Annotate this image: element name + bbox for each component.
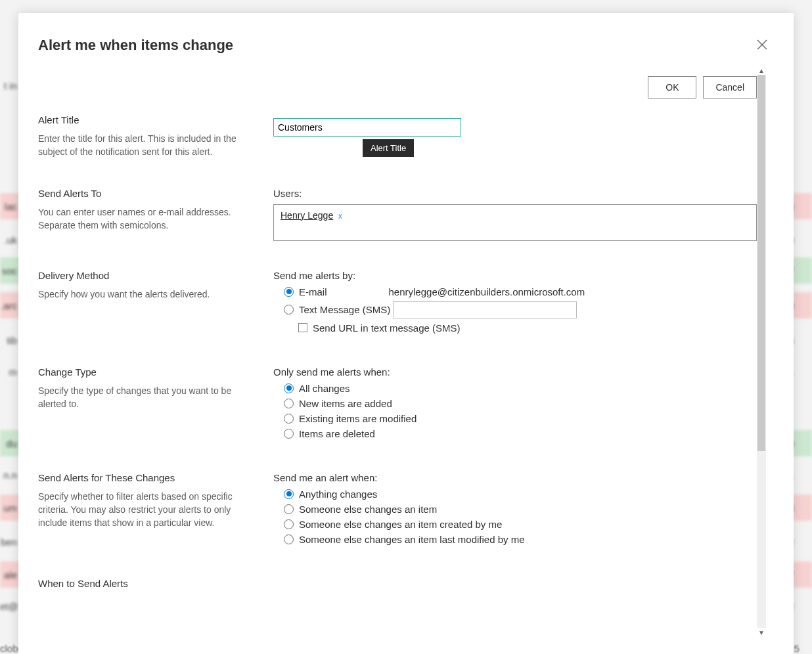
- email-address: henrylegge@citizenbuilders.onmicrosoft.c…: [389, 286, 585, 297]
- dialog-title: Alert me when items change: [38, 37, 774, 54]
- section-change-type: Change Type Specify the type of changes …: [38, 366, 757, 443]
- section-heading: Alert Title: [38, 114, 254, 125]
- section-heading: When to Send Alerts: [38, 578, 254, 589]
- scrollbar-thumb[interactable]: [757, 75, 765, 451]
- section-heading: Change Type: [38, 366, 254, 378]
- radio-sms-label: Text Message (SMS): [299, 304, 390, 315]
- radio-new-items[interactable]: [284, 399, 294, 408]
- delivery-label: Send me alerts by:: [273, 270, 757, 281]
- close-icon: [757, 39, 767, 50]
- radio-modified-label: Existing items are modified: [299, 413, 417, 424]
- alert-title-input[interactable]: [273, 118, 461, 137]
- section-when: When to Send Alerts: [38, 578, 757, 596]
- radio-someone-else-label: Someone else changes an item: [299, 504, 437, 515]
- radio-created-by-me[interactable]: [284, 519, 294, 529]
- radio-modified-by-me-label: Someone else changes an item last modifi…: [299, 534, 525, 545]
- checkbox-send-url[interactable]: [298, 323, 307, 332]
- user-chip[interactable]: Henry Legge: [281, 210, 333, 221]
- section-send-to: Send Alerts To You can enter user names …: [38, 188, 757, 241]
- dialog-body: OK Cancel Alert Title Enter the title fo…: [38, 74, 757, 634]
- radio-anything[interactable]: [284, 489, 294, 499]
- radio-modified[interactable]: [284, 414, 294, 424]
- checkbox-send-url-label: Send URL in text message (SMS): [313, 322, 461, 334]
- radio-modified-by-me[interactable]: [284, 534, 294, 544]
- section-description: Enter the title for this alert. This is …: [38, 132, 254, 159]
- section-description: You can enter user names or e-mail addre…: [38, 206, 254, 232]
- change-type-label: Only send me alerts when:: [273, 366, 757, 378]
- radio-new-items-label: New items are added: [299, 398, 392, 409]
- scroll-up-icon[interactable]: ▲: [757, 66, 766, 75]
- section-delivery: Delivery Method Specify how you want the…: [38, 270, 757, 338]
- alert-dialog: Alert me when items change ▲ ▼ OK Cancel…: [18, 13, 794, 654]
- radio-someone-else[interactable]: [284, 504, 294, 514]
- section-heading: Delivery Method: [38, 270, 254, 281]
- section-description: Specify whether to filter alerts based o…: [38, 490, 254, 530]
- radio-email[interactable]: [284, 287, 294, 297]
- users-picker[interactable]: Henry Legge x: [273, 204, 757, 241]
- radio-sms[interactable]: [284, 305, 294, 315]
- section-heading: Send Alerts for These Changes: [38, 472, 254, 483]
- cancel-button[interactable]: Cancel: [703, 76, 757, 98]
- radio-all-changes[interactable]: [284, 383, 294, 393]
- remove-user-button[interactable]: x: [338, 211, 342, 221]
- scrollbar[interactable]: ▲ ▼: [757, 75, 766, 628]
- filter-label: Send me an alert when:: [273, 472, 757, 483]
- section-alert-title: Alert Title Enter the title for this ale…: [38, 114, 757, 159]
- section-filter: Send Alerts for These Changes Specify wh…: [38, 472, 757, 549]
- radio-deleted-label: Items are deleted: [299, 428, 375, 439]
- scroll-down-icon[interactable]: ▼: [757, 628, 766, 637]
- action-row: OK Cancel: [38, 74, 757, 114]
- sms-input[interactable]: [393, 301, 577, 318]
- section-description: Specify how you want the alerts delivere…: [38, 288, 254, 301]
- radio-created-by-me-label: Someone else changes an item created by …: [299, 519, 502, 530]
- section-description: Specify the type of changes that you wan…: [38, 384, 254, 411]
- radio-all-changes-label: All changes: [299, 383, 350, 394]
- radio-email-label: E-mail: [299, 286, 327, 297]
- radio-deleted[interactable]: [284, 429, 294, 439]
- tooltip: Alert Title: [363, 139, 414, 157]
- radio-anything-label: Anything changes: [299, 489, 377, 500]
- close-button[interactable]: [754, 37, 770, 53]
- users-label: Users:: [273, 188, 757, 199]
- ok-button[interactable]: OK: [648, 76, 696, 98]
- section-heading: Send Alerts To: [38, 188, 254, 199]
